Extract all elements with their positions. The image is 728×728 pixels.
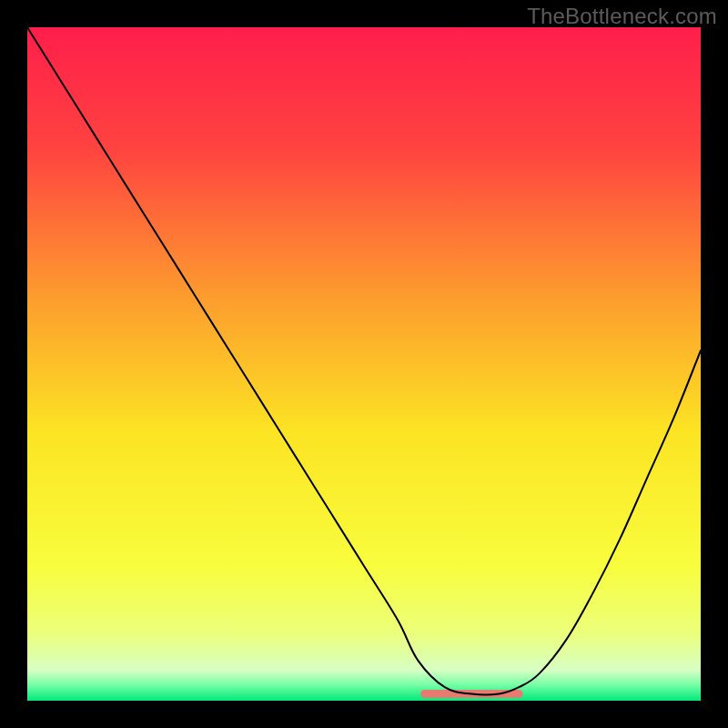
attribution-text: TheBottleneck.com: [527, 4, 717, 29]
chart-plot-area: [27, 27, 701, 701]
bottleneck-curve: [27, 27, 701, 695]
page-root: TheBottleneck.com: [0, 0, 728, 728]
chart-curve-layer: [27, 27, 701, 701]
